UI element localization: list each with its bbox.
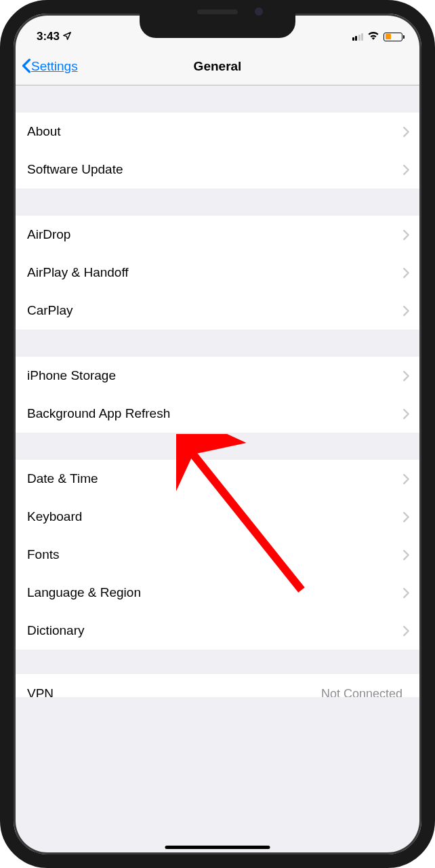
navigation-bar: Settings General xyxy=(14,47,421,85)
settings-group-4: Date & Time Keyboard Fonts Language & Re… xyxy=(14,460,421,650)
settings-group-5: VPN Not Connected xyxy=(14,674,421,697)
chevron-right-icon xyxy=(403,268,409,278)
row-iphone-storage[interactable]: iPhone Storage xyxy=(14,357,421,395)
battery-icon xyxy=(384,33,402,41)
settings-group-1: About Software Update xyxy=(14,113,421,189)
chevron-right-icon xyxy=(403,371,409,381)
row-label: Date & Time xyxy=(27,471,98,486)
row-label: Language & Region xyxy=(27,585,141,600)
row-label: CarPlay xyxy=(27,303,73,318)
row-label: Keyboard xyxy=(27,509,82,524)
page-title: General xyxy=(194,59,242,74)
status-bar: 3:43 xyxy=(14,14,421,47)
row-label: VPN xyxy=(27,686,54,697)
row-carplay[interactable]: CarPlay xyxy=(14,292,421,330)
settings-content: About Software Update AirDrop xyxy=(14,85,421,697)
chevron-right-icon xyxy=(403,127,409,137)
settings-group-2: AirDrop AirPlay & Handoff CarPlay xyxy=(14,216,421,330)
row-label: AirPlay & Handoff xyxy=(27,265,129,280)
back-button[interactable]: Settings xyxy=(22,56,78,77)
back-button-label: Settings xyxy=(31,59,78,74)
location-services-icon xyxy=(62,31,72,43)
row-language-region[interactable]: Language & Region xyxy=(14,574,421,612)
chevron-right-icon xyxy=(403,550,409,560)
row-background-app-refresh[interactable]: Background App Refresh xyxy=(14,395,421,433)
row-date-time[interactable]: Date & Time xyxy=(14,460,421,498)
row-label: iPhone Storage xyxy=(27,368,116,383)
chevron-right-icon xyxy=(403,409,409,419)
phone-screen: 3:43 xyxy=(14,14,421,854)
row-airdrop[interactable]: AirDrop xyxy=(14,216,421,254)
row-airplay-handoff[interactable]: AirPlay & Handoff xyxy=(14,254,421,292)
row-label: About xyxy=(27,124,61,139)
row-fonts[interactable]: Fonts xyxy=(14,536,421,574)
row-label: AirDrop xyxy=(27,227,70,242)
chevron-left-icon xyxy=(22,56,31,77)
chevron-right-icon xyxy=(403,230,409,240)
settings-group-3: iPhone Storage Background App Refresh xyxy=(14,357,421,433)
chevron-right-icon xyxy=(403,165,409,175)
phone-speaker xyxy=(197,9,238,14)
row-dictionary[interactable]: Dictionary xyxy=(14,612,421,650)
row-detail: Not Connected xyxy=(321,687,402,698)
chevron-right-icon xyxy=(403,588,409,598)
row-label: Dictionary xyxy=(27,623,84,638)
chevron-right-icon xyxy=(403,306,409,316)
cellular-signal-icon xyxy=(352,33,364,41)
row-vpn[interactable]: VPN Not Connected xyxy=(14,674,421,697)
row-about[interactable]: About xyxy=(14,113,421,151)
row-label: Fonts xyxy=(27,547,60,562)
chevron-right-icon xyxy=(403,626,409,636)
row-keyboard[interactable]: Keyboard xyxy=(14,498,421,536)
wifi-icon xyxy=(367,30,379,43)
row-label: Software Update xyxy=(27,162,123,177)
row-label: Background App Refresh xyxy=(27,406,170,421)
phone-front-camera xyxy=(255,7,263,16)
home-indicator[interactable] xyxy=(165,846,270,849)
status-time: 3:43 xyxy=(37,30,60,43)
chevron-right-icon xyxy=(403,512,409,522)
row-software-update[interactable]: Software Update xyxy=(14,151,421,189)
chevron-right-icon xyxy=(403,474,409,484)
